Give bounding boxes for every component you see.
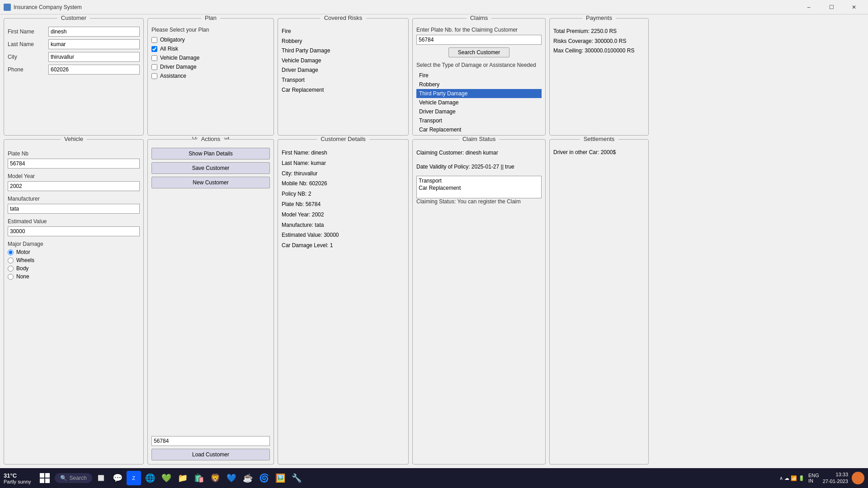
damage-body-label: Body [16, 265, 28, 272]
damage-driverdamage[interactable]: Driver Damage [416, 107, 542, 116]
start-button[interactable] [37, 470, 53, 486]
vscode-icon[interactable]: 💙 [224, 471, 239, 485]
vehicle-panel: Vehicle Plate Nb Model Year Manufacturer… [4, 139, 144, 465]
whatsapp-icon[interactable]: 💚 [159, 471, 174, 485]
customer-panel-title: Customer [57, 14, 90, 21]
windows-logo [40, 473, 50, 483]
plan-allrisk-row: All Risk [151, 46, 270, 52]
temperature: 31°C [4, 472, 31, 479]
vehicle-manufacturer-input[interactable] [8, 204, 140, 214]
total-premium: Total Premium: 2250.0 RS [553, 27, 645, 37]
edge-icon[interactable]: 🌀 [257, 471, 271, 485]
settlements-panel-title: Settlements [580, 136, 618, 142]
claims-plate-input[interactable] [416, 35, 542, 45]
cd-manufacture: Manufacture: tata [282, 220, 405, 230]
damage-thirdparty[interactable]: Third Party Damage [416, 89, 542, 98]
lastname-label: Last Name [8, 41, 48, 47]
vehicle-model-year-input[interactable] [8, 181, 140, 191]
chrome-icon[interactable]: 🌐 [143, 471, 157, 485]
taskbar-search-box[interactable]: 🔍 Search [55, 473, 92, 483]
covered-risks-title: Covered Risks [321, 14, 366, 21]
plan-assistance-row: Assistance [151, 73, 270, 79]
firstname-input[interactable] [48, 27, 140, 37]
settlements-panel: Settlements Driver in other Car: 2000$ [549, 139, 649, 465]
damage-body-row: Body [8, 265, 140, 272]
vehicle-plate-input[interactable] [8, 159, 140, 169]
damage-wheels-label: Wheels [16, 257, 34, 263]
claims-panel: Claims Enter Plate Nb. for the Claiming … [412, 18, 546, 136]
damage-vehicledamage[interactable]: Vehicle Damage [416, 98, 542, 107]
cd-estimated-value: Estimated Value: 30000 [282, 230, 405, 240]
scroll-car-replacement: Car Replacement [418, 184, 540, 192]
max-ceiling: Max Ceiling: 300000.0100000 RS [553, 46, 645, 56]
damage-fire[interactable]: Fire [416, 71, 542, 80]
risks-coverage: Risks Coverage: 300000.0 RS [553, 37, 645, 47]
damage-carreplacement[interactable]: Car Replacement [416, 125, 542, 134]
damage-none-row: None [8, 273, 140, 280]
cd-mobile: Mobile Nb: 602026 [282, 178, 405, 189]
main-content: Customer First Name Last Name City Phone… [0, 14, 868, 468]
clock-time: 13:33 [823, 471, 848, 478]
system-icons: ∧ ☁ 📶 🔋 [779, 475, 805, 481]
taskview-button[interactable]: ⬜ [94, 471, 108, 485]
damage-motor-row: Motor [8, 249, 140, 255]
vehicle-panel-title: Vehicle [61, 136, 87, 142]
lastname-row: Last Name [8, 39, 140, 49]
java-icon[interactable]: ☕ [241, 471, 255, 485]
app-icon-2[interactable]: 🔧 [289, 471, 304, 485]
maximize-button[interactable]: ☐ [821, 1, 842, 14]
damage-motor-radio[interactable] [8, 249, 14, 255]
phone-label: Phone [8, 66, 48, 73]
damage-options-list: Fire Robbery Third Party Damage Vehicle … [416, 71, 542, 134]
minimize-button[interactable]: – [798, 1, 819, 14]
date-validity: Date Validity of Policy: 2025-01-27 || t… [416, 162, 542, 172]
zoom-icon[interactable]: Z [127, 471, 141, 485]
allrisk-checkbox[interactable] [151, 46, 157, 52]
plate-nb-label: Plate Nb [8, 150, 140, 157]
damage-transport[interactable]: Transport [416, 116, 542, 125]
risk-thirdparty: Third Party Damage [282, 46, 405, 56]
actions-panel-title: Actions [198, 136, 224, 142]
plan-subtitle: Please Select your Plan [151, 27, 270, 33]
assistance-checkbox[interactable] [151, 73, 157, 79]
payments-panel: Payments Total Premium: 2250.0 RS Risks … [549, 18, 649, 136]
search-customer-button[interactable]: Search Customer [448, 47, 509, 57]
vehicledamage-checkbox[interactable] [151, 55, 157, 61]
photos-icon[interactable]: 🖼️ [273, 471, 288, 485]
store-icon[interactable]: 🛍️ [192, 471, 206, 485]
explorer-icon[interactable]: 📁 [175, 471, 190, 485]
lastname-input[interactable] [48, 39, 140, 49]
cd-car-damage: Car Damage Level: 1 [282, 240, 405, 251]
save-customer-button[interactable]: Save Customer [151, 162, 270, 174]
teams-icon[interactable]: 💬 [110, 471, 125, 485]
risks-list: Fire Robbery Third Party Damage Vehicle … [282, 27, 405, 95]
estimated-value-label: Estimated Value [8, 218, 140, 225]
firstname-label: First Name [8, 28, 48, 35]
taskbar-avatar[interactable] [852, 472, 864, 484]
load-customer-input[interactable] [151, 436, 270, 446]
city-input[interactable] [48, 52, 140, 62]
manufacturer-label: Manufacturer [8, 196, 140, 202]
claiming-customer: Claiming Customer: dinesh kumar [416, 148, 542, 158]
damage-type-label: Select the Type of Damage or Assistance … [416, 62, 542, 68]
close-button[interactable]: ✕ [844, 1, 864, 14]
claim-status-scroll[interactable]: Transport Car Replacement [416, 176, 542, 198]
damage-wheels-radio[interactable] [8, 258, 14, 263]
model-year-label: Model Year [8, 173, 140, 179]
damage-motor-label: Motor [16, 249, 30, 255]
damage-body-radio[interactable] [8, 266, 14, 272]
claim-status-title: Claim Status [459, 136, 500, 142]
brave-icon[interactable]: 🦁 [208, 471, 222, 485]
show-plan-details-button[interactable]: Show Plan Details [151, 148, 270, 160]
obligatory-checkbox[interactable] [151, 37, 157, 43]
damage-robbery[interactable]: Robbery [416, 80, 542, 89]
new-customer-button[interactable]: New Customer [151, 177, 270, 188]
cd-plate: Plate Nb: 56784 [282, 199, 405, 210]
damage-none-radio[interactable] [8, 274, 14, 280]
customer-details-panel: Customer Details First Name: dinesh Last… [278, 139, 409, 465]
vehicle-estimated-value-input[interactable] [8, 226, 140, 236]
driverdamage-checkbox[interactable] [151, 64, 157, 70]
customer-panel: Customer First Name Last Name City Phone [4, 18, 144, 136]
load-customer-button[interactable]: Load Customer [151, 449, 270, 460]
phone-input[interactable] [48, 65, 140, 75]
